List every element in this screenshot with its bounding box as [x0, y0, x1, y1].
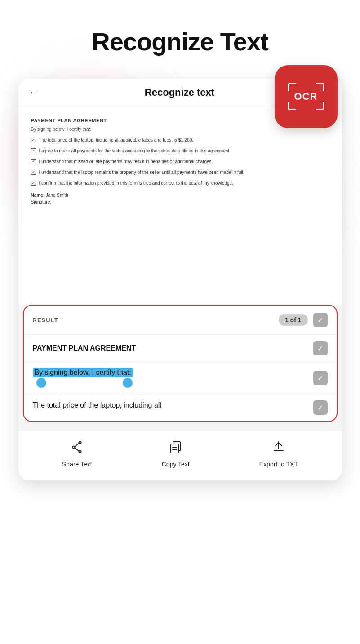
doc-item-text-3: I understand that missed or late payment… [39, 159, 213, 165]
doc-checkbox-2: ✓ [31, 148, 36, 153]
svg-line-3 [75, 443, 79, 447]
copy-icon [169, 440, 182, 457]
share-text-button[interactable]: Share Text [62, 440, 92, 468]
doc-checkbox-5: ✓ [31, 181, 36, 186]
export-text-label: Export to TXT [259, 461, 298, 468]
doc-checkbox-4: ✓ [31, 170, 36, 175]
ocr-bracket-br [316, 102, 324, 110]
doc-sig-line: Signature: [31, 200, 329, 204]
selected-text: By signing below, I certify that: [33, 368, 133, 377]
page-wrapper: Recognize Text OCR ← Recognize text PAYM… [0, 0, 360, 644]
doc-checkbox-3: ✓ [31, 159, 36, 164]
doc-item-text-4: I understand that the laptop remains the… [39, 169, 244, 176]
copy-text-button[interactable]: Copy Text [162, 440, 190, 468]
result-row-selected[interactable]: By signing below, I certify that: ✓ [24, 362, 337, 394]
result-header-check[interactable]: ✓ [313, 313, 328, 327]
ocr-badge: OCR [275, 65, 338, 128]
handle-right[interactable] [123, 378, 133, 388]
doc-item-3: ✓ I understand that missed or late payme… [31, 159, 329, 165]
document-area: PAYMENT PLAN AGREEMENT By signing below,… [18, 107, 342, 305]
export-icon [272, 440, 285, 457]
selection-handles [33, 378, 328, 387]
doc-item-text-5: I confirm that the information provided … [39, 180, 233, 187]
result-row-3[interactable]: The total price of the laptop, including… [24, 394, 337, 421]
svg-line-4 [75, 448, 79, 451]
doc-checkbox-1: ✓ [31, 138, 36, 142]
bottom-toolbar: Share Text Copy Text [18, 431, 342, 480]
result-row-1[interactable]: PAYMENT PLAN AGREEMENT ✓ [24, 334, 337, 362]
svg-rect-5 [171, 444, 178, 453]
result-count-badge: 1 of 1 [279, 314, 308, 326]
app-header-title: Recognize text [46, 87, 313, 98]
ocr-text-label: OCR [294, 91, 318, 102]
ocr-bracket-tr [316, 83, 324, 91]
result-label: RESULT [33, 317, 273, 324]
doc-item-5: ✓ I confirm that the information provide… [31, 180, 329, 187]
handle-left[interactable] [36, 378, 46, 388]
share-text-label: Share Text [62, 461, 92, 468]
result-row-check-3[interactable]: ✓ [313, 400, 328, 415]
result-panel: RESULT 1 of 1 ✓ PAYMENT PLAN AGREEMENT ✓… [23, 305, 338, 422]
ocr-bracket-tl [288, 83, 296, 91]
ocr-brackets: OCR [288, 83, 324, 110]
app-screen: ← Recognize text PAYMENT PLAN AGREEMENT … [18, 79, 342, 480]
doc-item-4: ✓ I understand that the laptop remains t… [31, 169, 329, 176]
doc-item-text-2: I agree to make all payments for the lap… [39, 148, 231, 154]
back-button[interactable]: ← [29, 87, 39, 98]
result-row-check-2[interactable]: ✓ [313, 371, 328, 385]
doc-item-2: ✓ I agree to make all payments for the l… [31, 148, 329, 154]
doc-name-line: Name: Jane Smith [31, 193, 329, 198]
copy-text-label: Copy Text [162, 461, 190, 468]
doc-item-1: ✓ The total price of the laptop, includi… [31, 137, 329, 143]
doc-item-text-1: The total price of the laptop, including… [39, 137, 194, 143]
result-row-text-1: PAYMENT PLAN AGREEMENT [33, 344, 313, 352]
result-header: RESULT 1 of 1 ✓ [24, 306, 337, 334]
export-button[interactable]: Export to TXT [259, 440, 298, 468]
result-row-text-3: The total price of the laptop, including… [33, 400, 313, 410]
result-row-check-1[interactable]: ✓ [313, 341, 328, 355]
share-icon [70, 440, 84, 457]
phone-area: OCR ← Recognize text PAYMENT PLAN AGREEM… [18, 79, 342, 480]
ocr-bracket-bl [288, 102, 296, 110]
